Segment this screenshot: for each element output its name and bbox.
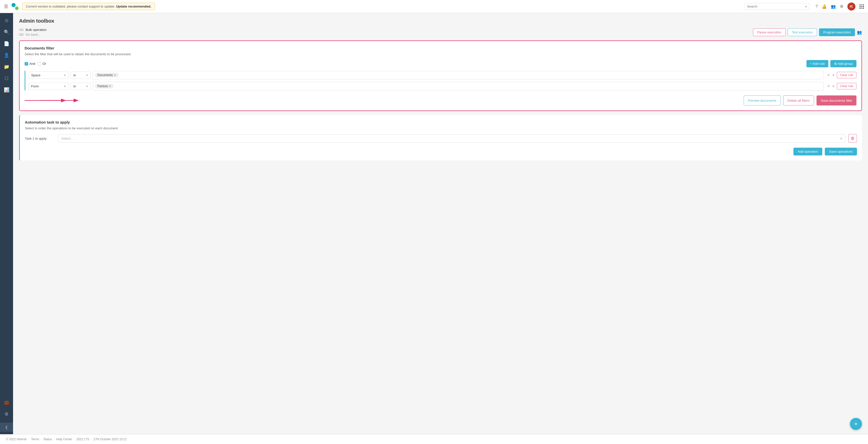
- delete-all-filters-button[interactable]: Delete all filters: [783, 95, 814, 105]
- rule-1-clear-button[interactable]: Clear rule: [837, 72, 857, 78]
- and-checkbox-label[interactable]: And: [25, 62, 35, 66]
- breadcrumb-main-label: Bulk operation: [26, 28, 46, 32]
- sidebar-item-briefcase[interactable]: 💼: [1, 398, 11, 408]
- rule-2-operator-select[interactable]: in ▾: [70, 83, 91, 90]
- or-checkbox[interactable]: [38, 62, 41, 66]
- navbar-icons: ? 🔔 👥 ⚙ IC: [815, 2, 864, 10]
- add-rule-button[interactable]: + Add rule: [806, 60, 828, 67]
- toolbar: Bulk operation Go back... Pause executio…: [19, 28, 862, 36]
- rule-1-field-chevron: ▾: [64, 73, 66, 77]
- users-icon[interactable]: 👥: [831, 4, 836, 9]
- task-row-1: Task 1 to apply Select... ▾ 🗑: [25, 134, 857, 142]
- rule-1-icons: ✕ ▾: [827, 72, 835, 77]
- add-group-button[interactable]: ⊕ Add group: [830, 60, 857, 67]
- rule-2-operator-chevron: ▾: [86, 84, 88, 88]
- add-operation-button[interactable]: Add operation: [794, 148, 822, 155]
- content-area: Admin toolbox Bulk operation Go back...: [13, 13, 868, 434]
- update-banner: Current version is outdated, please cont…: [22, 3, 155, 10]
- apps-grid-icon[interactable]: [860, 4, 864, 9]
- navbar: ☰ Current version is outdated, please co…: [0, 0, 868, 13]
- hamburger-menu[interactable]: ☰: [4, 4, 8, 9]
- save-operations-button[interactable]: Save operations: [825, 148, 857, 155]
- sidebar: ⊙ 🔍 📄 👤 📁 ⬡ 📊 💼 ⚙ ❮: [0, 13, 13, 434]
- preview-documents-button[interactable]: Preview documents: [744, 95, 781, 105]
- sidebar-item-search[interactable]: 🔍: [1, 27, 11, 37]
- rule-row-2: Form ▾ in ▾ Factura ✕ ✕: [28, 82, 857, 90]
- breadcrumb-main: Bulk operation: [19, 28, 46, 32]
- footer-help-link[interactable]: Help Center: [56, 438, 72, 441]
- rule-2-field-select[interactable]: Form ▾: [28, 83, 68, 90]
- search-input[interactable]: [747, 4, 804, 8]
- task-1-select[interactable]: Select... ▾: [58, 134, 845, 142]
- app-logo[interactable]: [11, 2, 19, 10]
- rule-2-operator-value: in: [73, 84, 76, 88]
- footer-status-link[interactable]: Status: [43, 438, 52, 441]
- task-1-chevron-icon: ▾: [840, 137, 842, 140]
- main-layout: ⊙ 🔍 📄 👤 📁 ⬡ 📊 💼 ⚙ ❮ Admin toolbox Bulk o…: [0, 13, 868, 434]
- and-checkbox[interactable]: [25, 62, 28, 66]
- breadcrumb: Bulk operation Go back...: [19, 28, 46, 36]
- people-config-icon[interactable]: 👥: [857, 30, 862, 35]
- breadcrumb-back-label[interactable]: Go back...: [26, 33, 40, 36]
- tag-documents-remove[interactable]: ✕: [114, 73, 116, 77]
- rule-2-clear-x[interactable]: ✕: [827, 84, 831, 89]
- program-execution-button[interactable]: Program execution: [819, 28, 855, 36]
- and-label: And: [29, 62, 35, 66]
- sidebar-item-dashboard[interactable]: ⊙: [1, 15, 11, 26]
- footer-terms-link[interactable]: Terms: [31, 438, 39, 441]
- rule-1-clear-x[interactable]: ✕: [827, 72, 831, 77]
- documents-filter-title: Documents filter: [25, 46, 857, 50]
- help-icon[interactable]: ?: [815, 4, 818, 9]
- page-title: Admin toolbox: [19, 18, 862, 24]
- filter-logic-row: And Or + Add rule ⊕ Add group: [25, 60, 857, 67]
- rule-2-expand[interactable]: ▾: [832, 84, 835, 89]
- sidebar-item-chart[interactable]: 📊: [1, 85, 11, 95]
- filter-actions: Preview documents Delete all filters Sav…: [25, 95, 857, 105]
- settings-icon[interactable]: ⚙: [840, 4, 843, 9]
- footer-date: 27th October 2022 15:21: [93, 438, 127, 441]
- task-footer: Add operation Save operations: [25, 148, 857, 155]
- tag-factura-remove[interactable]: ✕: [109, 85, 111, 88]
- sidebar-item-network[interactable]: ⬡: [1, 73, 11, 83]
- rule-container: Space ▾ in ▾ Documents ✕ ✕: [25, 71, 857, 90]
- rule-1-tags-container[interactable]: Documents ✕: [93, 71, 824, 80]
- sidebar-item-folder[interactable]: 📁: [1, 62, 11, 72]
- rule-1-operator-value: in: [73, 73, 76, 77]
- automation-task-panel: Automation task to apply Select in order…: [19, 115, 862, 160]
- sidebar-collapse-button[interactable]: ❮: [0, 423, 13, 432]
- fab-button[interactable]: +: [850, 418, 862, 430]
- avatar[interactable]: IC: [847, 2, 856, 10]
- rule-2-field-chevron: ▾: [64, 84, 66, 88]
- tag-factura-label: Factura: [97, 84, 108, 88]
- rule-2-tag-factura: Factura ✕: [95, 84, 114, 88]
- filter-logic-options: And Or: [25, 62, 46, 66]
- rule-2-icons: ✕ ▾: [827, 84, 835, 89]
- rule-1-field-value: Space: [31, 73, 40, 77]
- sidebar-item-people[interactable]: 👤: [1, 50, 11, 60]
- rule-2-clear-button[interactable]: Clear rule: [837, 83, 857, 89]
- rule-1-expand[interactable]: ▾: [832, 72, 835, 77]
- sidebar-item-gear[interactable]: ⚙: [1, 409, 11, 419]
- pause-execution-button[interactable]: Pause execution: [753, 28, 786, 36]
- task-1-delete-button[interactable]: 🗑: [848, 134, 857, 142]
- or-label: Or: [42, 62, 46, 66]
- footer-copyright: © 2022 Athento: [6, 438, 27, 441]
- task-1-label: Task 1 to apply: [25, 137, 55, 140]
- save-documents-filter-button[interactable]: Save documents filter: [816, 95, 857, 105]
- sidebar-item-documents[interactable]: 📄: [1, 39, 11, 49]
- bell-icon[interactable]: 🔔: [822, 4, 827, 9]
- breadcrumb-back[interactable]: Go back...: [19, 33, 46, 36]
- logo-image: [11, 2, 19, 10]
- search-box[interactable]: ▾: [744, 3, 809, 10]
- or-checkbox-label[interactable]: Or: [38, 62, 46, 66]
- arrow-annotation-svg: [25, 95, 105, 105]
- rule-1-field-select[interactable]: Space ▾: [28, 71, 68, 79]
- rule-2-tags-container[interactable]: Factura ✕: [93, 82, 824, 90]
- toolbar-buttons: Pause execution Test execution Program e…: [753, 28, 862, 36]
- test-execution-button[interactable]: Test execution: [787, 28, 817, 36]
- documents-filter-panel: Documents filter Select the filter that …: [19, 40, 862, 111]
- rule-1-operator-select[interactable]: in ▾: [70, 71, 91, 79]
- search-chevron-icon: ▾: [805, 5, 807, 8]
- footer-version: 2022 LTS: [76, 438, 89, 441]
- rule-row-1: Space ▾ in ▾ Documents ✕ ✕: [28, 71, 857, 80]
